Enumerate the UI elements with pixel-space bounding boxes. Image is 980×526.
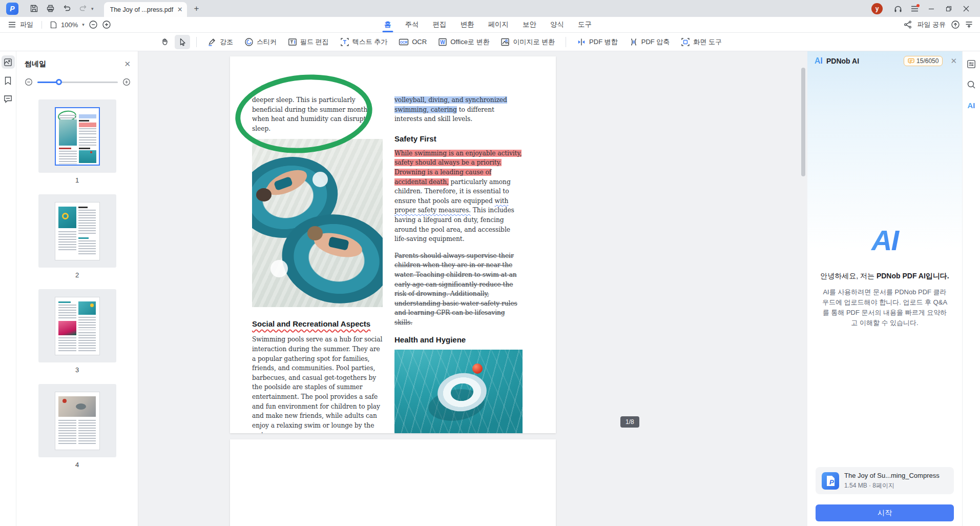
convert-office-icon: W	[438, 37, 447, 47]
app-logo-icon[interactable]: P	[6, 3, 18, 15]
menu-tab-forms[interactable]: 양식	[550, 17, 564, 32]
thumbnail-page-2[interactable]	[38, 194, 116, 268]
ai-greeting-prefix: 안녕하세요, 저는	[820, 272, 877, 280]
thumbnail-item-2: 2	[16, 194, 138, 279]
menu-tab-convert[interactable]: 변환	[460, 17, 474, 32]
properties-panel-icon[interactable]	[965, 57, 978, 71]
tab-close-icon[interactable]: ✕	[177, 6, 183, 13]
support-headset-icon[interactable]	[891, 2, 905, 15]
collapse-toolbar-icon[interactable]	[965, 21, 973, 29]
select-tool-icon[interactable]	[175, 35, 190, 49]
divider	[566, 37, 566, 47]
menu-tab-page[interactable]: 페이지	[488, 17, 509, 32]
file-menu-label[interactable]: 파일	[20, 20, 33, 29]
undo-icon[interactable]	[60, 2, 73, 15]
pdf-viewport[interactable]: deeper sleep. This is particularly benef…	[138, 51, 807, 526]
tool-field-edit[interactable]: 필드 편집	[283, 35, 333, 49]
new-tab-button[interactable]: +	[194, 4, 199, 13]
user-avatar[interactable]: y	[871, 3, 883, 14]
slider-zoom-in-icon[interactable]	[122, 78, 131, 86]
bookmarks-panel-icon[interactable]	[2, 74, 15, 87]
page-columns: deeper sleep. This is particularly benef…	[230, 56, 556, 433]
ai-file-info: The Joy of Su...ming_Compress 1.54 MB · …	[844, 472, 940, 490]
tool-sticker-label: 스티커	[257, 37, 277, 47]
page-fit-icon[interactable]	[50, 21, 57, 29]
menu-tabs: 홈 주석 편집 변환 페이지 보안 양식 도구	[384, 17, 592, 32]
paragraph-activities: volleyball, diving, and synchronized swi…	[394, 95, 523, 124]
menubar-left: 파일 100% ▾	[0, 20, 111, 29]
thumbnail-panel: 썸네일 ✕	[16, 51, 138, 526]
restore-window-button[interactable]	[940, 6, 957, 12]
history-dropdown-icon[interactable]: ▾	[91, 6, 94, 11]
convert-image-icon	[501, 37, 510, 47]
tool-field-edit-label: 필드 편집	[300, 37, 329, 47]
ai-start-button[interactable]: 시작	[816, 504, 954, 521]
ai-panel-toggle-icon[interactable]: AI	[965, 98, 978, 112]
field-edit-icon	[288, 37, 297, 47]
ai-usage-badge[interactable]: 15/6050	[904, 56, 943, 66]
add-text-icon	[340, 37, 349, 47]
slider-zoom-out-icon[interactable]	[25, 78, 33, 86]
menubar: 파일 100% ▾ 홈 주석 편집 변환 페이지 보안 양식 도구 파일 공유	[0, 17, 980, 33]
tool-convert-image[interactable]: 이미지로 변환	[496, 35, 559, 49]
menu-tab-edit[interactable]: 편집	[432, 17, 446, 32]
ai-file-card[interactable]: P The Joy of Su...ming_Compress 1.54 MB …	[816, 467, 954, 494]
thumbnail-page-4[interactable]	[38, 384, 116, 457]
menu-tab-annotate[interactable]: 주석	[405, 17, 419, 32]
ai-panel-close-icon[interactable]: ✕	[950, 56, 957, 66]
zoom-out-icon[interactable]	[89, 20, 98, 29]
search-icon[interactable]	[965, 78, 978, 91]
slider-track[interactable]	[37, 82, 118, 83]
tool-convert-office[interactable]: W Office로 변환	[433, 35, 494, 49]
vertical-scrollbar[interactable]	[801, 68, 805, 176]
main-area: 썸네일 ✕	[0, 51, 980, 526]
zoom-in-icon[interactable]	[102, 20, 111, 29]
tool-convert-image-label: 이미지로 변환	[513, 37, 555, 47]
zoom-level-value[interactable]: 100%	[61, 21, 78, 29]
file-menu-icon[interactable]	[8, 22, 16, 28]
tool-screen-tools[interactable]: 화면 도구	[676, 35, 726, 49]
share-icon[interactable]	[904, 21, 912, 29]
pdf-page-2-edge[interactable]	[230, 439, 556, 526]
thumbnail-panel-title: 썸네일	[25, 59, 46, 69]
thumbnail-page-3[interactable]	[38, 289, 116, 362]
thumbnail-page-1[interactable]	[38, 99, 116, 173]
tool-sticker[interactable]: 스티커	[240, 35, 281, 49]
minimize-button[interactable]	[923, 6, 940, 12]
tool-compress-pdf[interactable]: PDF 압축	[624, 35, 675, 49]
strikethrough-annotation[interactable]: Parents should always supervise their ch…	[394, 251, 523, 328]
document-tab[interactable]: The Joy of ...press.pdf * ✕	[104, 2, 187, 17]
slider-handle[interactable]	[56, 79, 62, 85]
tool-merge-pdf[interactable]: PDF 병합	[572, 35, 622, 49]
comments-panel-icon[interactable]	[2, 92, 15, 106]
notification-dot	[916, 4, 920, 7]
hand-tool-icon[interactable]	[157, 35, 173, 49]
ocr-icon: OCR	[399, 37, 409, 47]
ai-panel-header: AI PDNob AI 15/6050 ✕	[807, 51, 962, 71]
tool-ocr[interactable]: OCR OCR	[394, 35, 431, 49]
cloud-upload-icon[interactable]	[951, 20, 960, 29]
save-icon[interactable]	[27, 2, 40, 15]
tool-merge-pdf-label: PDF 병합	[589, 37, 618, 47]
share-label[interactable]: 파일 공유	[917, 20, 946, 29]
tool-screen-tools-label: 화면 도구	[693, 37, 722, 47]
menu-tab-security[interactable]: 보안	[523, 17, 536, 32]
thumbnail-page-3-preview	[55, 297, 100, 355]
compress-pdf-icon	[629, 37, 638, 47]
thumbnail-panel-close-icon[interactable]: ✕	[124, 59, 131, 69]
tool-highlight[interactable]: 강조	[203, 35, 238, 49]
tool-add-text[interactable]: 텍스트 추가	[336, 35, 392, 49]
print-icon[interactable]	[44, 2, 57, 15]
tool-ocr-label: OCR	[412, 38, 427, 46]
ai-usage-count: 15/6050	[916, 57, 939, 65]
menu-tab-home[interactable]: 홈	[384, 17, 391, 32]
menu-tab-tools[interactable]: 도구	[578, 17, 592, 32]
pdf-page-1[interactable]: deeper sleep. This is particularly benef…	[230, 56, 556, 433]
thumbnails-panel-icon[interactable]	[2, 55, 15, 69]
app-menu-icon[interactable]	[908, 2, 921, 15]
close-window-button[interactable]	[957, 6, 975, 12]
page-indicator: 1/8	[620, 416, 639, 428]
redo-icon[interactable]	[76, 2, 90, 15]
zoom-dropdown-icon[interactable]: ▾	[82, 22, 85, 27]
thumbnail-page-number: 3	[16, 366, 138, 374]
